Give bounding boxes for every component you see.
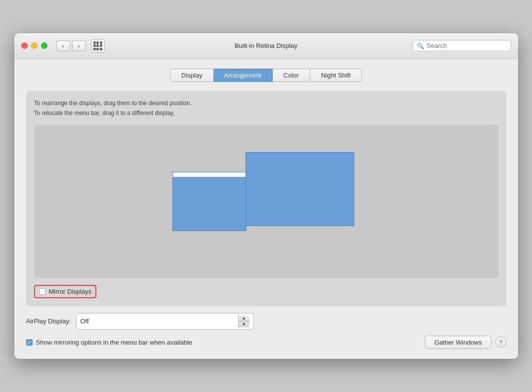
gather-windows-button[interactable]: Gather Windows <box>425 336 491 349</box>
tab-night-shift[interactable]: Night Shift <box>310 69 362 82</box>
airplay-stepper[interactable]: ▲ ▼ <box>238 315 249 327</box>
hint-line1: To rearrange the displays, drag them to … <box>34 100 192 107</box>
search-input[interactable] <box>427 42 507 49</box>
mirror-displays-label: Mirror Displays <box>49 288 92 295</box>
search-icon: 🔍 <box>417 42 424 49</box>
show-mirroring-label: Show mirroring options in the menu bar w… <box>36 339 193 346</box>
tabs: Display Arrangement Color Night Shift <box>26 69 506 82</box>
content-area: Display Arrangement Color Night Shift To… <box>14 59 518 358</box>
monitors-container <box>172 152 360 251</box>
show-mirroring-checkbox[interactable]: ✓ <box>26 339 33 346</box>
hint-text: To rearrange the displays, drag them to … <box>34 99 498 118</box>
system-preferences-window: ‹ › Built-in Retina Display 🔍 Display Ar… <box>14 33 518 358</box>
maximize-button[interactable] <box>41 42 47 49</box>
search-box[interactable]: 🔍 <box>412 40 511 51</box>
right-buttons: Gather Windows ? <box>425 336 506 349</box>
chevron-left-icon: ‹ <box>62 43 64 49</box>
titlebar: ‹ › Built-in Retina Display 🔍 <box>14 33 518 59</box>
airplay-value: Off <box>81 317 89 325</box>
grid-icon <box>93 41 102 50</box>
bottom-row: ✓ Show mirroring options in the menu bar… <box>26 336 506 349</box>
stepper-up-button[interactable]: ▲ <box>239 315 249 321</box>
tab-display[interactable]: Display <box>170 69 213 82</box>
menu-bar-indicator <box>173 172 246 177</box>
tab-arrangement[interactable]: Arrangement <box>213 69 273 82</box>
stepper-down-button[interactable]: ▼ <box>239 321 249 327</box>
mirror-displays-wrapper: Mirror Displays <box>34 285 97 298</box>
show-mirroring-row: ✓ Show mirroring options in the menu bar… <box>26 339 193 346</box>
primary-display[interactable] <box>172 172 246 231</box>
tab-color[interactable]: Color <box>273 69 310 82</box>
secondary-display[interactable] <box>246 152 354 226</box>
display-arrangement-area[interactable] <box>34 125 498 278</box>
forward-button[interactable]: › <box>72 40 86 51</box>
hint-line2: To relocate the menu bar, drag it to a d… <box>34 110 175 117</box>
close-button[interactable] <box>21 42 28 49</box>
help-button[interactable]: ? <box>495 337 506 348</box>
arrangement-panel: To rearrange the displays, drag them to … <box>26 91 506 306</box>
airplay-row: AirPlay Display: Off ▲ ▼ <box>26 313 506 330</box>
airplay-display-label: AirPlay Display: <box>26 317 71 325</box>
nav-buttons: ‹ › <box>56 40 86 51</box>
show-all-button[interactable] <box>91 39 105 53</box>
traffic-lights <box>21 42 47 49</box>
mirror-displays-checkbox[interactable] <box>39 288 45 295</box>
mirror-displays-row: Mirror Displays <box>34 285 498 298</box>
chevron-right-icon: › <box>78 43 80 49</box>
airplay-select[interactable]: Off ▲ ▼ <box>76 313 254 330</box>
window-title: Built-in Retina Display <box>235 42 297 49</box>
minimize-button[interactable] <box>31 42 38 49</box>
back-button[interactable]: ‹ <box>56 40 70 51</box>
